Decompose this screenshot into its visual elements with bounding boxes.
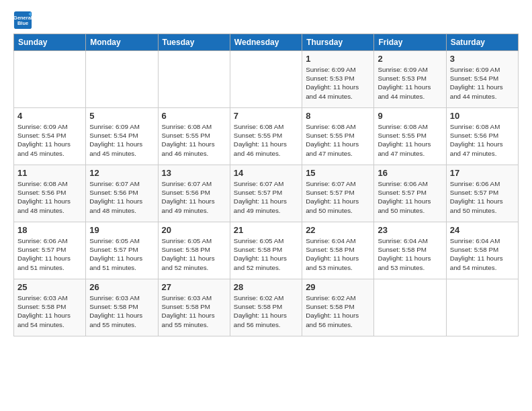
day-number: 1 xyxy=(306,54,370,64)
calendar-cell: 2Sunrise: 6:09 AMSunset: 5:53 PMDaylight… xyxy=(374,51,446,108)
cell-info: Sunrise: 6:09 AMSunset: 5:53 PMDaylight:… xyxy=(378,65,442,101)
cell-info: Sunrise: 6:05 AMSunset: 5:58 PMDaylight:… xyxy=(234,236,298,272)
day-number: 15 xyxy=(306,168,370,178)
cell-info: Sunrise: 6:09 AMSunset: 5:54 PMDaylight:… xyxy=(89,122,154,158)
header-cell-sunday: Sunday xyxy=(14,34,86,51)
cell-info: Sunrise: 6:06 AMSunset: 5:57 PMDaylight:… xyxy=(17,236,82,272)
calendar-cell: 3Sunrise: 6:09 AMSunset: 5:54 PMDaylight… xyxy=(446,51,518,108)
day-number: 8 xyxy=(306,111,370,121)
day-number: 6 xyxy=(162,111,226,121)
calendar-cell: 14Sunrise: 6:07 AMSunset: 5:57 PMDayligh… xyxy=(230,165,302,222)
cell-info: Sunrise: 6:04 AMSunset: 5:58 PMDaylight:… xyxy=(450,236,515,272)
calendar-cell xyxy=(158,51,230,108)
cell-info: Sunrise: 6:08 AMSunset: 5:56 PMDaylight:… xyxy=(450,122,515,158)
calendar-cell: 12Sunrise: 6:07 AMSunset: 5:56 PMDayligh… xyxy=(86,165,158,222)
day-number: 27 xyxy=(162,282,226,292)
calendar-table: SundayMondayTuesdayWednesdayThursdayFrid… xyxy=(13,34,519,336)
day-number: 19 xyxy=(89,225,154,235)
day-number: 10 xyxy=(450,111,515,121)
day-number: 4 xyxy=(17,111,82,121)
day-number: 3 xyxy=(450,54,515,64)
calendar-cell: 26Sunrise: 6:03 AMSunset: 5:58 PMDayligh… xyxy=(86,279,158,336)
calendar-cell xyxy=(446,279,518,336)
cell-info: Sunrise: 6:08 AMSunset: 5:55 PMDaylight:… xyxy=(306,122,370,158)
cell-info: Sunrise: 6:08 AMSunset: 5:56 PMDaylight:… xyxy=(17,179,82,215)
day-number: 29 xyxy=(306,282,370,292)
cell-info: Sunrise: 6:04 AMSunset: 5:58 PMDaylight:… xyxy=(306,236,370,272)
day-number: 22 xyxy=(306,225,370,235)
calendar-cell: 16Sunrise: 6:06 AMSunset: 5:57 PMDayligh… xyxy=(374,165,446,222)
header-cell-thursday: Thursday xyxy=(302,34,374,51)
header-cell-saturday: Saturday xyxy=(446,34,518,51)
calendar-cell xyxy=(86,51,158,108)
cell-info: Sunrise: 6:02 AMSunset: 5:58 PMDaylight:… xyxy=(306,293,370,329)
cell-info: Sunrise: 6:05 AMSunset: 5:58 PMDaylight:… xyxy=(162,236,226,272)
calendar-cell: 11Sunrise: 6:08 AMSunset: 5:56 PMDayligh… xyxy=(14,165,86,222)
week-row-1: 1Sunrise: 6:09 AMSunset: 5:53 PMDaylight… xyxy=(14,51,519,108)
day-number: 20 xyxy=(162,225,226,235)
header-cell-friday: Friday xyxy=(374,34,446,51)
day-number: 26 xyxy=(89,282,154,292)
cell-info: Sunrise: 6:03 AMSunset: 5:58 PMDaylight:… xyxy=(89,293,154,329)
calendar-cell: 22Sunrise: 6:04 AMSunset: 5:58 PMDayligh… xyxy=(302,222,374,279)
week-row-4: 18Sunrise: 6:06 AMSunset: 5:57 PMDayligh… xyxy=(14,222,519,279)
cell-info: Sunrise: 6:07 AMSunset: 5:56 PMDaylight:… xyxy=(89,179,154,215)
day-number: 9 xyxy=(378,111,442,121)
calendar-cell: 25Sunrise: 6:03 AMSunset: 5:58 PMDayligh… xyxy=(14,279,86,336)
header-row: SundayMondayTuesdayWednesdayThursdayFrid… xyxy=(14,34,519,51)
calendar-cell: 18Sunrise: 6:06 AMSunset: 5:57 PMDayligh… xyxy=(14,222,86,279)
cell-info: Sunrise: 6:08 AMSunset: 5:55 PMDaylight:… xyxy=(378,122,442,158)
calendar-cell: 28Sunrise: 6:02 AMSunset: 5:58 PMDayligh… xyxy=(230,279,302,336)
calendar-cell xyxy=(14,51,86,108)
day-number: 24 xyxy=(450,225,515,235)
calendar-cell: 17Sunrise: 6:06 AMSunset: 5:57 PMDayligh… xyxy=(446,165,518,222)
header-cell-wednesday: Wednesday xyxy=(230,34,302,51)
cell-info: Sunrise: 6:02 AMSunset: 5:58 PMDaylight:… xyxy=(234,293,298,329)
cell-info: Sunrise: 6:03 AMSunset: 5:58 PMDaylight:… xyxy=(162,293,226,329)
day-number: 2 xyxy=(378,54,442,64)
day-number: 23 xyxy=(378,225,442,235)
cell-info: Sunrise: 6:07 AMSunset: 5:57 PMDaylight:… xyxy=(234,179,298,215)
cell-info: Sunrise: 6:07 AMSunset: 5:57 PMDaylight:… xyxy=(306,179,370,215)
calendar-cell: 8Sunrise: 6:08 AMSunset: 5:55 PMDaylight… xyxy=(302,108,374,165)
header-cell-monday: Monday xyxy=(86,34,158,51)
cell-info: Sunrise: 6:07 AMSunset: 5:56 PMDaylight:… xyxy=(162,179,226,215)
header-area: General Blue xyxy=(13,11,519,30)
cell-info: Sunrise: 6:08 AMSunset: 5:55 PMDaylight:… xyxy=(162,122,226,158)
calendar-cell: 5Sunrise: 6:09 AMSunset: 5:54 PMDaylight… xyxy=(86,108,158,165)
calendar-cell: 10Sunrise: 6:08 AMSunset: 5:56 PMDayligh… xyxy=(446,108,518,165)
cell-info: Sunrise: 6:06 AMSunset: 5:57 PMDaylight:… xyxy=(450,179,515,215)
cell-info: Sunrise: 6:04 AMSunset: 5:58 PMDaylight:… xyxy=(378,236,442,272)
day-number: 28 xyxy=(234,282,298,292)
calendar-cell: 7Sunrise: 6:08 AMSunset: 5:55 PMDaylight… xyxy=(230,108,302,165)
calendar-cell: 29Sunrise: 6:02 AMSunset: 5:58 PMDayligh… xyxy=(302,279,374,336)
calendar-cell xyxy=(230,51,302,108)
day-number: 16 xyxy=(378,168,442,178)
cell-info: Sunrise: 6:03 AMSunset: 5:58 PMDaylight:… xyxy=(17,293,82,329)
calendar-cell: 9Sunrise: 6:08 AMSunset: 5:55 PMDaylight… xyxy=(374,108,446,165)
calendar-cell: 20Sunrise: 6:05 AMSunset: 5:58 PMDayligh… xyxy=(158,222,230,279)
day-number: 17 xyxy=(450,168,515,178)
day-number: 18 xyxy=(17,225,82,235)
logo-icon: General Blue xyxy=(13,11,32,30)
calendar-cell: 21Sunrise: 6:05 AMSunset: 5:58 PMDayligh… xyxy=(230,222,302,279)
day-number: 25 xyxy=(17,282,82,292)
calendar-cell: 19Sunrise: 6:05 AMSunset: 5:57 PMDayligh… xyxy=(86,222,158,279)
day-number: 5 xyxy=(89,111,154,121)
week-row-5: 25Sunrise: 6:03 AMSunset: 5:58 PMDayligh… xyxy=(14,279,519,336)
svg-text:Blue: Blue xyxy=(17,20,28,26)
calendar-cell: 6Sunrise: 6:08 AMSunset: 5:55 PMDaylight… xyxy=(158,108,230,165)
cell-info: Sunrise: 6:09 AMSunset: 5:54 PMDaylight:… xyxy=(17,122,82,158)
logo: General Blue xyxy=(13,11,35,30)
calendar-cell xyxy=(374,279,446,336)
day-number: 13 xyxy=(162,168,226,178)
day-number: 21 xyxy=(234,225,298,235)
cell-info: Sunrise: 6:08 AMSunset: 5:55 PMDaylight:… xyxy=(234,122,298,158)
day-number: 7 xyxy=(234,111,298,121)
calendar-cell: 24Sunrise: 6:04 AMSunset: 5:58 PMDayligh… xyxy=(446,222,518,279)
week-row-2: 4Sunrise: 6:09 AMSunset: 5:54 PMDaylight… xyxy=(14,108,519,165)
cell-info: Sunrise: 6:09 AMSunset: 5:53 PMDaylight:… xyxy=(306,65,370,101)
calendar-cell: 1Sunrise: 6:09 AMSunset: 5:53 PMDaylight… xyxy=(302,51,374,108)
week-row-3: 11Sunrise: 6:08 AMSunset: 5:56 PMDayligh… xyxy=(14,165,519,222)
day-number: 11 xyxy=(17,168,82,178)
